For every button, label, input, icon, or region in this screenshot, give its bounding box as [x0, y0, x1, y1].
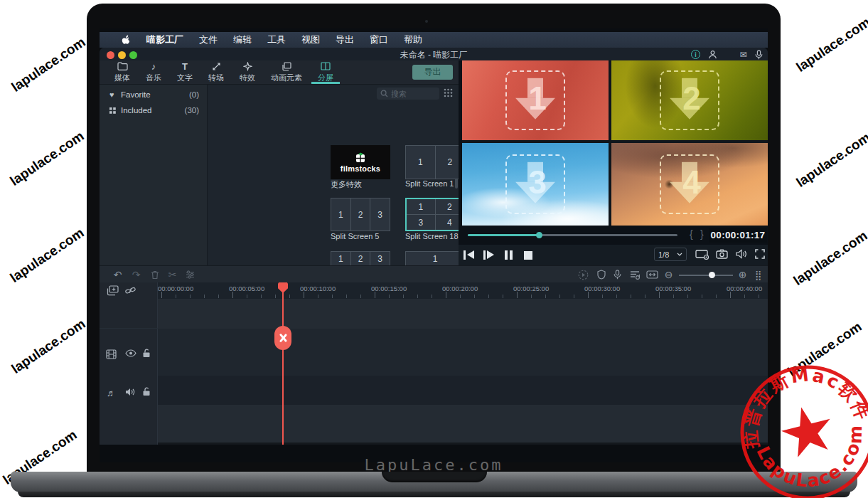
- cut-icon[interactable]: ✂: [166, 269, 178, 280]
- info-icon[interactable]: i: [690, 49, 701, 60]
- quadrant-number: 2: [682, 79, 701, 117]
- zoom-slider-handle[interactable]: [709, 272, 715, 278]
- menu-item-view[interactable]: 视图: [301, 33, 320, 46]
- playhead-line: [282, 282, 284, 445]
- webcam-dot: [425, 20, 428, 23]
- ruler-label: 00:00:25:00: [513, 285, 549, 292]
- preset-split-screen-18-selected[interactable]: 1 2 3 4: [405, 198, 465, 231]
- timeline-ruler[interactable]: 00:00:00:00 00:00:05:00 00:00:10:00 00:0…: [158, 282, 768, 299]
- ruler-label: 00:00:15:00: [371, 285, 407, 292]
- tab-transitions[interactable]: 转场: [200, 60, 232, 84]
- sidebar-item-favorite[interactable]: ♥ Favorite (0): [100, 88, 208, 102]
- play-button[interactable]: [483, 250, 496, 260]
- tab-music[interactable]: ♪ 音乐: [138, 60, 169, 84]
- sidebar-item-label: Included: [121, 106, 151, 115]
- split-screen-icon: [321, 61, 331, 71]
- sidebar-item-count: (0): [189, 90, 199, 99]
- menu-app-name[interactable]: 喵影工厂: [146, 33, 183, 46]
- undo-icon[interactable]: ↶: [112, 269, 124, 280]
- account-icon[interactable]: [707, 49, 718, 60]
- fit-timeline-icon[interactable]: [646, 269, 658, 280]
- snapshot-camera-icon[interactable]: [716, 249, 728, 259]
- menu-item-file[interactable]: 文件: [199, 33, 218, 46]
- lock-track-icon[interactable]: [142, 349, 151, 358]
- shield-icon[interactable]: [595, 269, 607, 280]
- preset-split-screen-1[interactable]: 1 2: [405, 145, 465, 179]
- mark-out-icon[interactable]: }: [700, 228, 704, 240]
- track-row-empty[interactable]: [158, 405, 768, 443]
- export-button[interactable]: 导出: [412, 65, 453, 80]
- preset-cell: 3: [407, 215, 435, 230]
- seek-handle[interactable]: [536, 232, 542, 238]
- menu-item-edit[interactable]: 编辑: [233, 33, 252, 46]
- search-box: [377, 88, 439, 100]
- tab-effects[interactable]: 特效: [232, 60, 263, 84]
- tab-label: 分屏: [318, 73, 333, 83]
- playback-controls: 1/8: [459, 245, 768, 265]
- sidebar-item-count: (30): [185, 106, 199, 115]
- watermark-diagonal: lapulace.com: [9, 316, 88, 377]
- watermark-diagonal: lapulace.com: [7, 225, 87, 286]
- delete-icon[interactable]: [149, 269, 161, 280]
- preview-quadrant-2[interactable]: 2: [611, 60, 768, 140]
- render-preview-icon[interactable]: [577, 269, 589, 280]
- playback-quality-dropdown[interactable]: 1/8: [654, 248, 687, 261]
- menu-item-tools[interactable]: 工具: [267, 33, 286, 46]
- pause-button[interactable]: [503, 250, 516, 260]
- tab-splitscreen[interactable]: 分屏: [310, 60, 341, 84]
- tab-media[interactable]: 媒体: [107, 60, 138, 84]
- add-media-track-icon[interactable]: [107, 285, 119, 296]
- timeline-tracks[interactable]: [158, 299, 768, 445]
- volume-icon[interactable]: [736, 249, 747, 259]
- seek-progress: [468, 234, 539, 236]
- microphone-icon[interactable]: [754, 49, 764, 60]
- search-input[interactable]: [391, 88, 436, 100]
- mute-track-icon[interactable]: [125, 388, 135, 396]
- timeline-zoom-slider[interactable]: [679, 275, 733, 276]
- record-voiceover-icon[interactable]: [611, 269, 623, 280]
- stop-button[interactable]: [523, 250, 535, 260]
- filmstocks-cube-icon: [355, 152, 366, 163]
- transition-arrows-icon: [212, 61, 221, 71]
- ruler-label: 00:00:40:00: [727, 285, 762, 292]
- menu-item-help[interactable]: 帮助: [404, 33, 422, 46]
- audio-track-row[interactable]: [158, 376, 768, 405]
- video-track-row[interactable]: [158, 329, 768, 376]
- menu-item-export[interactable]: 导出: [336, 33, 354, 46]
- menu-item-window[interactable]: 窗口: [370, 33, 388, 46]
- preview-quadrant-4[interactable]: 4: [611, 143, 768, 226]
- mark-in-icon[interactable]: {: [690, 228, 693, 240]
- ruler-ticks: [161, 295, 768, 298]
- preview-quadrant-1[interactable]: 1: [462, 60, 609, 140]
- previous-frame-button[interactable]: [464, 250, 476, 260]
- mail-icon[interactable]: ✉: [738, 49, 749, 60]
- window-title: 未命名 - 喵影工厂: [100, 49, 768, 61]
- track-row-empty[interactable]: [158, 299, 768, 329]
- filmstocks-card[interactable]: filmstocks: [331, 145, 390, 179]
- view-grid-icon[interactable]: [444, 88, 453, 97]
- redo-icon[interactable]: ↷: [130, 269, 142, 280]
- playhead-cut-button[interactable]: [274, 326, 291, 350]
- zoom-in-icon[interactable]: ⊕: [736, 269, 749, 280]
- heart-icon: ♥: [109, 90, 121, 99]
- seek-bar[interactable]: [468, 234, 677, 236]
- folder-icon: [117, 61, 128, 71]
- tab-elements[interactable]: 动画元素: [263, 60, 310, 84]
- preview-quadrant-3[interactable]: 3: [462, 143, 609, 226]
- audio-mixer-icon[interactable]: [628, 269, 641, 280]
- display-settings-icon[interactable]: [695, 249, 709, 260]
- apple-menu[interactable]: [121, 34, 131, 46]
- adjust-icon[interactable]: [184, 269, 196, 280]
- lock-track-icon[interactable]: [142, 387, 151, 396]
- tab-text[interactable]: T 文字: [169, 60, 200, 84]
- preset-split-screen-5[interactable]: 1 2 3: [331, 198, 390, 231]
- ruler-label: 00:00:00:00: [158, 285, 193, 292]
- preset-cell: 2: [351, 252, 370, 266]
- fullscreen-icon[interactable]: [755, 249, 765, 259]
- link-icon[interactable]: [125, 286, 136, 295]
- zoom-out-icon[interactable]: ⊖: [663, 269, 675, 280]
- ruler-label: 00:00:05:00: [229, 285, 264, 292]
- grip-icon[interactable]: ⣿: [752, 269, 764, 280]
- sidebar-item-included[interactable]: Included (30): [100, 103, 208, 117]
- toggle-visibility-icon[interactable]: [125, 349, 136, 357]
